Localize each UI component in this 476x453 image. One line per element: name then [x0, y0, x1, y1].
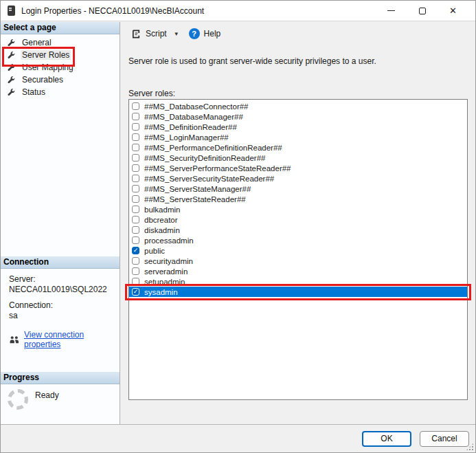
role-checkbox[interactable]: ✓: [132, 267, 139, 275]
sidebar-page-item[interactable]: General: [1, 36, 120, 49]
script-label: Script: [146, 29, 167, 38]
connection-properties-icon: [9, 335, 19, 344]
wrench-icon: [7, 76, 16, 85]
role-checkbox[interactable]: ✓: [132, 133, 139, 141]
script-button[interactable]: Script ▼: [126, 26, 184, 42]
sidebar-page-label: Status: [21, 87, 47, 97]
server-role-row[interactable]: ✓ securityadmin: [129, 256, 467, 266]
role-checkbox[interactable]: ✓: [132, 195, 139, 203]
close-button[interactable]: ✕: [438, 1, 468, 21]
connection-value: sa: [9, 311, 120, 320]
sidebar-page-item[interactable]: Server Roles: [1, 49, 120, 61]
server-roles-label: Server roles:: [128, 89, 175, 98]
server-role-row[interactable]: ✓ ##MS_DatabaseManager##: [129, 111, 467, 122]
help-label: Help: [204, 29, 221, 38]
sidebar-page-item[interactable]: User Mapping: [1, 61, 120, 74]
server-role-row[interactable]: ✓ ##MS_ServerPerformanceStateReader##: [129, 163, 467, 173]
server-role-row[interactable]: ✓ ##MS_SecurityDefinitionReader##: [129, 153, 467, 163]
main-panel: Script ▼ ? Help Server role is used to g…: [120, 22, 475, 424]
wrench-icon: [7, 38, 16, 47]
role-checkbox[interactable]: ✓: [132, 257, 139, 265]
server-role-row[interactable]: ✓ serveradmin: [129, 266, 467, 276]
maximize-button[interactable]: [407, 1, 438, 21]
window-title: Login Properties - NECCA01L0019\NecBIAcc…: [21, 6, 204, 16]
role-checkbox[interactable]: ✓: [132, 236, 139, 244]
server-role-row[interactable]: ✓ setupadmin: [129, 276, 467, 287]
progress-header: Progress: [1, 372, 120, 384]
role-checkbox[interactable]: ✓: [132, 206, 139, 213]
help-button[interactable]: ? Help: [184, 25, 226, 42]
role-checkbox[interactable]: ✓: [132, 154, 139, 162]
role-checkbox[interactable]: ✓: [132, 216, 139, 223]
role-label: setupadmin: [144, 278, 185, 286]
sidebar-page-label: General: [21, 38, 53, 47]
server-role-row[interactable]: ✓ ##MS_PerformanceDefinitionReader##: [129, 142, 467, 153]
server-value: NECCA01L0019\SQL2022: [9, 285, 120, 294]
sidebar-page-label: Server Roles: [21, 50, 71, 60]
server-role-row[interactable]: ✓ ##MS_ServerStateReader##: [129, 194, 467, 204]
progress-status: Ready: [35, 390, 59, 400]
server-role-row[interactable]: ✓ processadmin: [129, 235, 467, 245]
wrench-icon: [7, 88, 16, 97]
role-label: serveradmin: [144, 267, 188, 276]
role-label: bulkadmin: [144, 206, 180, 214]
sidebar-page-label: Securables: [21, 75, 65, 85]
role-label: ##MS_DatabaseConnector##: [144, 102, 249, 111]
check-icon: ✓: [133, 289, 139, 295]
role-label: ##MS_ServerPerformanceStateReader##: [144, 164, 291, 173]
server-role-row[interactable]: ✓ ##MS_ServerSecurityStateReader##: [129, 173, 467, 184]
role-label: securityadmin: [144, 257, 193, 265]
sidebar-page-item[interactable]: Status: [1, 86, 120, 98]
wrench-icon: [7, 51, 16, 60]
ok-button[interactable]: OK: [362, 431, 411, 447]
server-role-row[interactable]: ✓ ##MS_DatabaseConnector##: [129, 101, 467, 111]
role-label: ##MS_PerformanceDefinitionReader##: [144, 144, 282, 152]
server-roles-list[interactable]: ✓ ##MS_DatabaseConnector## ✓ ##MS_Databa…: [128, 99, 468, 400]
chevron-down-icon[interactable]: ▼: [174, 31, 179, 37]
minimize-button[interactable]: [376, 1, 407, 21]
maximize-icon: [419, 8, 426, 14]
connection-label: Connection:: [9, 300, 120, 310]
cancel-button[interactable]: Cancel: [420, 431, 469, 447]
dialog-body: Select a page General Server Roles User: [1, 22, 475, 424]
role-checkbox[interactable]: ✓: [132, 247, 139, 254]
role-label: ##MS_SecurityDefinitionReader##: [144, 154, 265, 162]
window-controls: ✕: [376, 1, 468, 21]
role-checkbox[interactable]: ✓: [132, 113, 139, 120]
role-label: diskadmin: [144, 226, 180, 234]
role-label: ##MS_DatabaseManager##: [144, 113, 243, 121]
progress-spinner-icon: [8, 389, 28, 410]
role-checkbox[interactable]: ✓: [132, 185, 139, 192]
role-checkbox[interactable]: ✓: [132, 288, 139, 296]
titlebar: Login Properties - NECCA01L0019\NecBIAcc…: [1, 1, 475, 21]
server-label: Server:: [9, 274, 120, 284]
role-checkbox[interactable]: ✓: [132, 278, 139, 285]
sidebar-page-item[interactable]: Securables: [1, 74, 120, 86]
role-label: ##MS_LoginManager##: [144, 133, 229, 142]
server-role-row[interactable]: ✓ ##MS_ServerStateManager##: [129, 184, 467, 194]
server-role-row[interactable]: ✓ public: [129, 245, 467, 256]
server-role-row[interactable]: ✓ diskadmin: [129, 225, 467, 235]
script-icon: [131, 29, 141, 39]
view-connection-properties-link[interactable]: View connection properties: [24, 330, 120, 349]
role-label: public: [144, 247, 165, 255]
toolbar: Script ▼ ? Help: [120, 22, 475, 45]
role-checkbox[interactable]: ✓: [132, 102, 139, 110]
role-checkbox[interactable]: ✓: [132, 123, 139, 131]
role-label: ##MS_ServerStateManager##: [144, 185, 251, 193]
page-description: Server role is used to grant server-wide…: [128, 56, 467, 66]
role-checkbox[interactable]: ✓: [132, 144, 139, 151]
server-role-row[interactable]: ✓ bulkadmin: [129, 204, 467, 214]
role-checkbox[interactable]: ✓: [132, 164, 139, 172]
server-role-row[interactable]: ✓ ##MS_DefinitionReader##: [129, 122, 467, 132]
help-icon: ?: [189, 28, 200, 39]
role-label: sysadmin: [144, 288, 178, 296]
server-role-row[interactable]: ✓ dbcreator: [129, 214, 467, 225]
role-checkbox[interactable]: ✓: [132, 226, 139, 234]
role-label: processadmin: [144, 236, 194, 245]
role-label: ##MS_ServerSecurityStateReader##: [144, 175, 274, 183]
server-role-row[interactable]: ✓ ##MS_LoginManager##: [129, 132, 467, 142]
server-role-row[interactable]: ✓ sysadmin: [129, 287, 467, 297]
role-checkbox[interactable]: ✓: [132, 175, 139, 182]
server-login-icon: [8, 5, 15, 16]
